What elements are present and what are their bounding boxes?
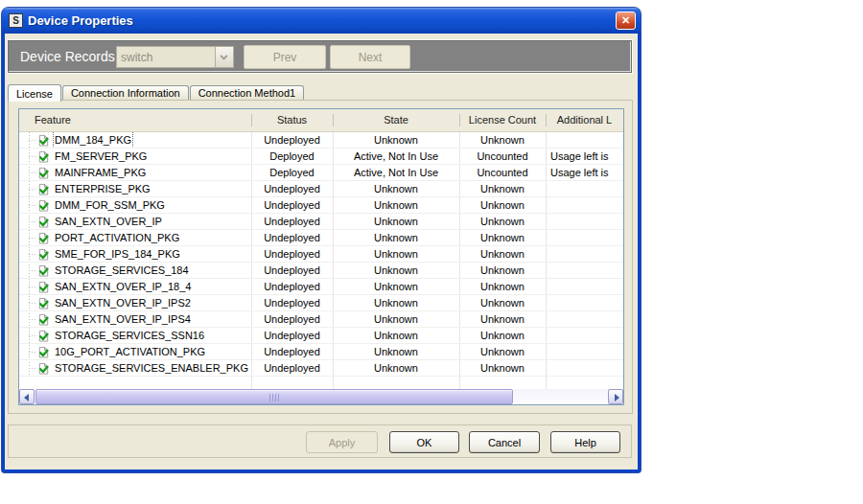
- feature-cell: DMM_FOR_SSM_PKG: [19, 197, 251, 213]
- feature-table-body: DMM_184_PKGUndeployedUnknownUnknownFM_SE…: [19, 132, 623, 389]
- device-records-select[interactable]: switch: [116, 46, 234, 68]
- feature-label: SAN_EXTN_OVER_IP_18_4: [53, 279, 193, 294]
- tree-connector: [29, 238, 36, 239]
- license-count-cell: Uncounted: [459, 165, 546, 180]
- table-row[interactable]: FM_SERVER_PKGDeployedActive, Not In UseU…: [19, 149, 623, 165]
- table-row[interactable]: STORAGE_SERVICES_ENABLER_PKGUndeployedUn…: [19, 360, 623, 377]
- license-count-cell: Unknown: [459, 214, 546, 229]
- feature-doc-check-icon: [37, 232, 50, 244]
- feature-cell: DMM_184_PKG: [19, 132, 251, 148]
- scrollbar-grip: [269, 394, 279, 401]
- feature-doc-check-icon: [37, 362, 50, 375]
- prev-button[interactable]: Prev: [244, 45, 326, 69]
- device-records-bar: Device Records switch Prev Next: [8, 40, 632, 73]
- horizontal-scrollbar[interactable]: [19, 389, 623, 404]
- state-cell: Unknown: [333, 214, 459, 229]
- status-cell: Undeployed: [251, 214, 333, 229]
- state-cell: Unknown: [333, 230, 459, 245]
- feature-label: 10G_PORT_ACTIVATION_PKG: [53, 344, 207, 359]
- ok-button[interactable]: OK: [389, 431, 459, 453]
- help-button[interactable]: Help: [550, 431, 620, 453]
- close-icon[interactable]: ✕: [616, 11, 636, 30]
- scrollbar-thumb[interactable]: [35, 389, 513, 404]
- license-count-cell: Unknown: [459, 263, 546, 278]
- feature-doc-check-icon: [37, 167, 50, 179]
- column-header-status[interactable]: Status: [251, 109, 333, 131]
- column-header-license-count[interactable]: License Count: [459, 109, 546, 131]
- table-row[interactable]: SAN_EXTN_OVER_IP_IPS4UndeployedUnknownUn…: [19, 311, 623, 328]
- table-row[interactable]: 10G_PORT_ACTIVATION_PKGUndeployedUnknown…: [19, 344, 623, 360]
- feature-label: ENTERPRISE_PKG: [53, 181, 152, 196]
- tab-license[interactable]: License: [8, 84, 61, 102]
- table-header: Feature Status State License Count Addit…: [19, 109, 623, 132]
- table-row[interactable]: STORAGE_SERVICES_SSN16UndeployedUnknownU…: [19, 328, 623, 344]
- license-feature-table: Feature Status State License Count Addit…: [18, 108, 624, 405]
- state-cell: Unknown: [333, 311, 459, 327]
- status-cell: Undeployed: [251, 246, 333, 262]
- titlebar[interactable]: S Device Properties ✕: [2, 8, 641, 34]
- feature-label: STORAGE_SERVICES_184: [53, 263, 191, 278]
- table-row[interactable]: SAN_EXTN_OVER_IP_18_4UndeployedUnknownUn…: [19, 279, 623, 295]
- feature-cell: MAINFRAME_PKG: [19, 165, 251, 180]
- table-row[interactable]: STORAGE_SERVICES_184UndeployedUnknownUnk…: [19, 263, 623, 279]
- table-row[interactable]: DMM_184_PKGUndeployedUnknownUnknown: [19, 132, 623, 149]
- feature-doc-check-icon: [37, 346, 50, 358]
- status-cell: Undeployed: [251, 132, 333, 148]
- table-row[interactable]: SAN_EXTN_OVER_IP_IPS2UndeployedUnknownUn…: [19, 295, 623, 311]
- tree-connector: [29, 335, 36, 336]
- tree-connector: [29, 368, 36, 369]
- column-header-state[interactable]: State: [333, 109, 459, 131]
- status-cell: Undeployed: [251, 197, 333, 213]
- additional-cell: [546, 197, 623, 213]
- feature-label: STORAGE_SERVICES_ENABLER_PKG: [53, 360, 250, 376]
- tree-connector: [29, 270, 36, 271]
- table-row[interactable]: SME_FOR_IPS_184_PKGUndeployedUnknownUnkn…: [19, 246, 623, 263]
- device-records-label: Device Records: [20, 49, 115, 64]
- additional-cell: [546, 132, 623, 148]
- tab-connection-information[interactable]: Connection Information: [62, 85, 189, 101]
- feature-label: STORAGE_SERVICES_SSN16: [53, 328, 206, 343]
- license-count-cell: Unknown: [459, 311, 546, 327]
- state-cell: Unknown: [333, 344, 459, 359]
- next-button[interactable]: Next: [330, 45, 410, 69]
- device-properties-dialog: S Device Properties ✕ Device Records swi…: [2, 8, 641, 472]
- additional-cell: [546, 344, 623, 359]
- feature-doc-check-icon: [37, 248, 50, 261]
- status-cell: Deployed: [251, 165, 333, 180]
- feature-label: SAN_EXTN_OVER_IP_IPS2: [53, 295, 193, 310]
- app-icon: S: [9, 13, 23, 28]
- tab-connection-method1[interactable]: Connection Method1: [190, 85, 305, 101]
- table-row[interactable]: ENTERPRISE_PKGUndeployedUnknownUnknown: [19, 181, 623, 197]
- feature-cell: SAN_EXTN_OVER_IP_IPS2: [19, 295, 251, 310]
- additional-cell: Usage left is: [546, 165, 623, 180]
- additional-cell: [546, 295, 623, 310]
- license-count-cell: Unknown: [459, 230, 546, 245]
- apply-button[interactable]: Apply: [306, 431, 378, 453]
- scroll-left-icon[interactable]: [19, 389, 35, 404]
- status-cell: Deployed: [251, 149, 333, 164]
- feature-cell: STORAGE_SERVICES_ENABLER_PKG: [19, 360, 251, 376]
- table-row[interactable]: SAN_EXTN_OVER_IPUndeployedUnknownUnknown: [19, 214, 623, 230]
- additional-cell: [546, 263, 623, 278]
- column-header-feature[interactable]: Feature: [19, 109, 251, 131]
- tree-connector: [29, 319, 36, 320]
- license-tab-panel: Feature Status State License Count Addit…: [8, 100, 633, 414]
- table-row[interactable]: MAINFRAME_PKGDeployedActive, Not In UseU…: [19, 165, 623, 181]
- column-header-additional[interactable]: Additional L: [546, 109, 623, 131]
- table-row[interactable]: PORT_ACTIVATION_PKGUndeployedUnknownUnkn…: [19, 230, 623, 246]
- status-cell: Undeployed: [251, 344, 333, 359]
- state-cell: Unknown: [333, 295, 459, 310]
- cancel-button[interactable]: Cancel: [469, 431, 540, 453]
- feature-doc-check-icon: [37, 313, 50, 326]
- state-cell: Active, Not In Use: [333, 149, 459, 164]
- license-count-cell: Unknown: [459, 279, 546, 294]
- table-row[interactable]: DMM_FOR_SSM_PKGUndeployedUnknownUnknown: [19, 197, 623, 214]
- chevron-down-icon[interactable]: [215, 47, 233, 67]
- feature-doc-check-icon: [37, 216, 50, 228]
- state-cell: Active, Not In Use: [333, 165, 459, 180]
- tree-connector: [29, 352, 36, 353]
- scroll-right-icon[interactable]: [608, 389, 623, 404]
- license-count-cell: Unknown: [459, 344, 546, 359]
- feature-cell: STORAGE_SERVICES_184: [19, 263, 251, 278]
- dialog-body: Device Records switch Prev Next License …: [5, 34, 638, 470]
